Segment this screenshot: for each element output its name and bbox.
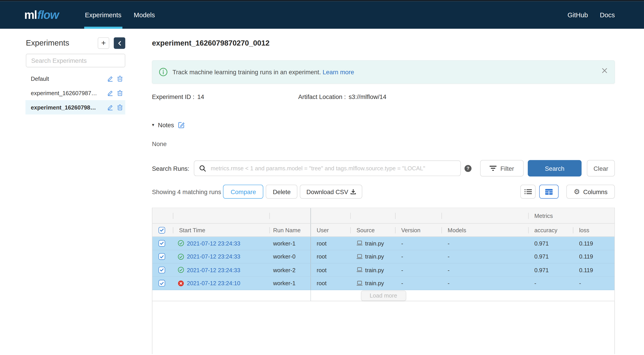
mlflow-app: mlflow Experiments Models GitHub Docs Ex… xyxy=(0,0,644,355)
column-header-loss[interactable]: loss xyxy=(573,224,615,236)
clear-button[interactable]: Clear xyxy=(587,160,615,176)
run-row[interactable]: 2021-07-12 23:24:33 worker-1 root train.… xyxy=(152,237,614,250)
tab-experiments-label: Experiments xyxy=(85,11,122,19)
experiment-search-input[interactable] xyxy=(26,57,125,64)
run-source-cell: train.py xyxy=(351,264,396,276)
delete-button[interactable]: Delete xyxy=(266,185,298,198)
info-icon xyxy=(159,68,168,76)
edit-notes-icon[interactable] xyxy=(178,122,185,128)
filter-button[interactable]: Filter xyxy=(480,160,524,176)
run-accuracy-cell: 0.971 xyxy=(528,250,573,263)
run-user-cell: root xyxy=(311,277,350,290)
run-start-time-link[interactable]: 2021-07-12 23:24:10 xyxy=(187,280,240,286)
table-group-header-row: Metrics xyxy=(152,208,614,224)
tab-experiments[interactable]: Experiments xyxy=(84,1,122,29)
select-all-checkbox[interactable] xyxy=(158,227,165,233)
nav-tabs: Experiments Models xyxy=(84,1,166,29)
row-checkbox[interactable] xyxy=(158,240,165,246)
add-experiment-button[interactable]: + xyxy=(98,37,109,49)
load-more-button[interactable]: Load more xyxy=(361,290,406,301)
column-header-source[interactable]: Source xyxy=(351,224,396,236)
run-status-icon xyxy=(178,280,184,286)
close-banner-icon[interactable] xyxy=(602,68,608,74)
experiment-list-item-selected[interactable]: experiment_16260798… xyxy=(25,100,125,114)
delete-experiment-icon[interactable] xyxy=(117,90,123,96)
github-link[interactable]: GitHub xyxy=(568,11,588,19)
grid-view-icon xyxy=(545,188,553,194)
run-version-cell: - xyxy=(396,250,442,263)
filter-icon xyxy=(490,166,497,171)
column-header-version[interactable]: Version xyxy=(396,224,442,236)
experiment-detail-panel: experiment_1626079870270_0012 Track mach… xyxy=(152,29,615,354)
experiment-name: experiment_162607987… xyxy=(31,90,104,96)
run-name-cell: worker-1 xyxy=(270,237,311,250)
nav-links: GitHub Docs xyxy=(568,1,615,29)
notes-section-header: ▾ Notes xyxy=(152,122,615,128)
run-row[interactable]: 2021-07-12 23:24:33 worker-2 root train.… xyxy=(152,264,614,277)
notes-body: None xyxy=(152,140,615,147)
collapse-sidebar-button[interactable] xyxy=(114,37,125,49)
experiment-list-item[interactable]: experiment_162607987… xyxy=(25,86,125,100)
run-actions-row: Showing 4 matching runs Compare Delete D… xyxy=(152,185,615,198)
mlflow-logo[interactable]: mlflow xyxy=(24,1,58,29)
delete-experiment-icon[interactable] xyxy=(117,104,123,110)
page-title: experiment_1626079870270_0012 xyxy=(152,39,615,48)
docs-link[interactable]: Docs xyxy=(600,11,615,19)
search-runs-box xyxy=(194,160,461,176)
run-loss-cell: 0.119 xyxy=(573,250,615,263)
tab-models[interactable]: Models xyxy=(133,1,156,29)
list-view-icon xyxy=(524,189,532,194)
rename-experiment-icon[interactable] xyxy=(107,104,113,110)
laptop-icon xyxy=(356,254,362,260)
search-button[interactable]: Search xyxy=(528,160,582,176)
filter-button-label: Filter xyxy=(500,165,514,172)
matching-runs-summary: Showing 4 matching runs xyxy=(152,188,221,195)
row-checkbox[interactable] xyxy=(158,253,165,260)
run-start-time-link[interactable]: 2021-07-12 23:24:33 xyxy=(187,253,240,260)
sidebar-title: Experiments xyxy=(26,38,98,48)
run-start-time-link[interactable]: 2021-07-12 23:24:33 xyxy=(187,240,240,246)
search-help-icon[interactable]: ? xyxy=(464,165,472,172)
delete-experiment-icon[interactable] xyxy=(117,76,123,82)
experiment-list-item[interactable]: Default xyxy=(25,71,125,86)
run-name-cell: worker-2 xyxy=(270,264,311,276)
column-header-run-name[interactable]: Run Name xyxy=(270,224,311,236)
runs-table: Metrics Start Time Run Name User Source … xyxy=(152,208,615,354)
run-version-cell: - xyxy=(396,237,442,250)
column-header-user[interactable]: User xyxy=(311,224,350,236)
artifact-location-label: Artifact Location : xyxy=(298,93,346,100)
list-view-button[interactable] xyxy=(520,185,536,198)
rename-experiment-icon[interactable] xyxy=(107,76,113,82)
run-source-cell: train.py xyxy=(351,277,396,290)
logo-text-flow: flow xyxy=(37,8,58,22)
run-row[interactable]: 2021-07-12 23:24:10 worker-1 root train.… xyxy=(152,277,614,290)
run-status-icon xyxy=(178,267,184,273)
learn-more-link[interactable]: Learn more xyxy=(322,68,354,76)
view-toolbar: ⚙ Columns xyxy=(520,185,615,198)
run-start-time-link[interactable]: 2021-07-12 23:24:33 xyxy=(187,266,240,273)
gear-icon: ⚙ xyxy=(574,188,580,195)
experiment-name: experiment_16260798… xyxy=(31,104,104,111)
run-version-cell: - xyxy=(396,277,442,290)
table-header-row: Start Time Run Name User Source Version … xyxy=(152,224,614,237)
download-icon xyxy=(350,189,356,194)
run-name-cell: worker-1 xyxy=(270,277,311,290)
search-runs-input[interactable] xyxy=(210,164,456,172)
experiment-id-value: 14 xyxy=(197,93,204,100)
column-header-accuracy[interactable]: accuracy xyxy=(528,224,573,236)
grid-view-button[interactable] xyxy=(539,185,558,198)
collapse-notes-caret-icon[interactable]: ▾ xyxy=(152,122,154,128)
compare-button[interactable]: Compare xyxy=(223,185,263,198)
run-models-cell: - xyxy=(442,277,528,290)
columns-button[interactable]: ⚙ Columns xyxy=(566,185,615,198)
rename-experiment-icon[interactable] xyxy=(107,90,113,96)
run-row[interactable]: 2021-07-12 23:24:33 worker-0 root train.… xyxy=(152,250,614,264)
download-csv-button[interactable]: Download CSV xyxy=(300,185,362,198)
logo-text-ml: ml xyxy=(24,8,37,22)
row-checkbox[interactable] xyxy=(158,280,165,286)
column-header-start-time[interactable]: Start Time xyxy=(173,224,270,236)
row-checkbox[interactable] xyxy=(158,266,165,273)
run-accuracy-cell: - xyxy=(528,277,573,290)
experiments-sidebar: Experiments + Default experiment_1626079… xyxy=(0,29,140,114)
column-header-models[interactable]: Models xyxy=(442,224,528,236)
